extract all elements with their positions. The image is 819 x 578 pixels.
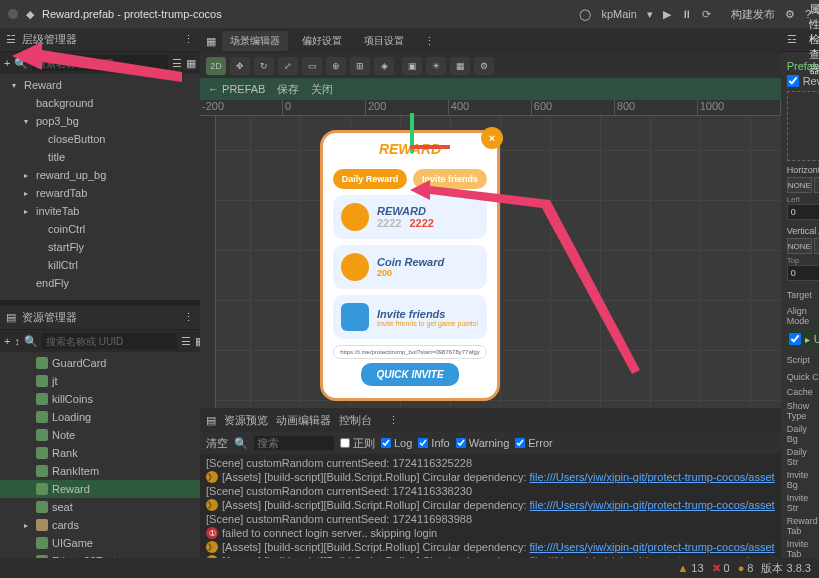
asset-item[interactable]: RankItem bbox=[0, 462, 200, 480]
filter-icon[interactable]: ▦ bbox=[186, 57, 196, 70]
halign-left-icon[interactable]: ⊏ bbox=[814, 177, 819, 193]
console-line[interactable]: [Scene] customRandom currentSeed: 172411… bbox=[206, 484, 775, 498]
halign-none[interactable]: NONE bbox=[787, 177, 812, 193]
hierarchy-node[interactable]: coinCtrl bbox=[0, 220, 200, 238]
warn-checkbox[interactable] bbox=[456, 438, 466, 448]
tool-snap-icon[interactable]: ⊞ bbox=[350, 57, 370, 75]
tool-scale-icon[interactable]: ⤢ bbox=[278, 57, 298, 75]
asset-item[interactable]: Note bbox=[0, 426, 200, 444]
hierarchy-node[interactable]: background bbox=[0, 94, 200, 112]
tool-rotate-icon[interactable]: ↻ bbox=[254, 57, 274, 75]
hierarchy-menu-icon[interactable]: ⋮ bbox=[183, 33, 194, 46]
quick-invite-button[interactable]: QUICK INVITE bbox=[361, 363, 459, 386]
assets-search-input[interactable] bbox=[42, 333, 177, 349]
tab-animation[interactable]: 动画编辑器 bbox=[276, 413, 331, 428]
hierarchy-tree[interactable]: ▾Rewardbackground▾pop3_bgcloseButtontitl… bbox=[0, 74, 200, 300]
pause-icon[interactable]: ⏸ bbox=[681, 8, 692, 20]
component-checkbox[interactable] bbox=[789, 333, 801, 345]
regex-checkbox[interactable] bbox=[340, 438, 350, 448]
tab-daily-reward[interactable]: Daily Reward bbox=[333, 169, 407, 189]
hierarchy-node[interactable]: closeButton bbox=[0, 130, 200, 148]
console-line[interactable]: 》[Assets] [build-script][Build.Script.Ro… bbox=[206, 540, 775, 554]
settings-icon[interactable]: ⚙ bbox=[785, 8, 795, 21]
sort-icon[interactable]: ↕ bbox=[14, 335, 20, 347]
reward-prefab-preview[interactable]: × REWARD Daily Reward Invite friends REW… bbox=[320, 130, 500, 401]
error-checkbox[interactable] bbox=[515, 438, 525, 448]
scene-chevron-icon[interactable]: ▾ bbox=[647, 8, 653, 21]
invite-url[interactable]: https://t.me/protecttrump_bot?start=0987… bbox=[333, 345, 487, 359]
inspector-body[interactable]: Prefab⟳ ⎘ ⊕ Reward top bottom left right… bbox=[781, 52, 819, 578]
tab-asset-preview[interactable]: 资源预览 bbox=[224, 413, 268, 428]
play-icon[interactable]: ▶ bbox=[663, 8, 671, 21]
valign-top-icon[interactable]: ⊓ bbox=[814, 238, 819, 254]
tab-preferences[interactable]: 偏好设置 bbox=[294, 31, 350, 51]
tab-project-settings[interactable]: 项目设置 bbox=[356, 31, 412, 51]
hierarchy-node[interactable]: ▸inviteTab bbox=[0, 202, 200, 220]
console-line[interactable]: [Scene] customRandom currentSeed: 172411… bbox=[206, 456, 775, 470]
node-active-checkbox[interactable] bbox=[787, 75, 799, 87]
console-line[interactable]: [Scene] customRandom currentSeed: 172411… bbox=[206, 512, 775, 526]
tab-invite-friends[interactable]: Invite friends bbox=[413, 169, 487, 189]
log-checkbox[interactable] bbox=[381, 438, 391, 448]
console-menu-icon[interactable]: ⋮ bbox=[388, 414, 399, 427]
asset-item[interactable]: jt bbox=[0, 372, 200, 390]
scene-viewport[interactable]: -20002004006008001000 × REWARD Daily Rew… bbox=[200, 100, 781, 408]
hierarchy-node[interactable]: startFly bbox=[0, 238, 200, 256]
asset-item[interactable]: GuardCard bbox=[0, 354, 200, 372]
assets-tree[interactable]: GuardCardjtkillCoinsLoadingNoteRankRankI… bbox=[0, 352, 200, 578]
clear-button[interactable]: 清空 bbox=[206, 436, 228, 451]
prefab-back[interactable]: ← PREFAB bbox=[208, 83, 265, 95]
collapse-icon[interactable]: ☰ bbox=[181, 335, 191, 348]
console-line[interactable]: ①failed to connect login server.. skippi… bbox=[206, 526, 775, 540]
info-checkbox[interactable] bbox=[418, 438, 428, 448]
gizmo-x-axis[interactable] bbox=[410, 145, 450, 149]
console-line[interactable]: 》[Assets] [build-script][Build.Script.Ro… bbox=[206, 498, 775, 512]
left-input[interactable] bbox=[787, 204, 819, 220]
tool-grid-icon[interactable]: ▦ bbox=[450, 57, 470, 75]
scene-name[interactable]: kpMain bbox=[601, 8, 636, 20]
tool-gizmo-icon[interactable]: ◈ bbox=[374, 57, 394, 75]
valign-none[interactable]: NONE bbox=[787, 238, 812, 254]
tab-scene-editor[interactable]: 场景编辑器 bbox=[222, 31, 288, 51]
hierarchy-node[interactable]: title bbox=[0, 148, 200, 166]
hierarchy-node[interactable]: ▸reward_up_bg bbox=[0, 166, 200, 184]
step-icon[interactable]: ⟳ bbox=[702, 8, 711, 21]
viewport-menu-icon[interactable]: ⋮ bbox=[424, 35, 435, 48]
asset-item[interactable]: killCoins bbox=[0, 390, 200, 408]
tool-extra-icon[interactable]: ⚙ bbox=[474, 57, 494, 75]
asset-item[interactable]: seat bbox=[0, 498, 200, 516]
tool-light-icon[interactable]: ☀ bbox=[426, 57, 446, 75]
console-line[interactable]: 》[Assets] [build-script][Build.Script.Ro… bbox=[206, 470, 775, 484]
hierarchy-node[interactable]: killCtrl bbox=[0, 256, 200, 274]
tool-move-icon[interactable]: ✥ bbox=[230, 57, 250, 75]
status-warn-icon[interactable]: ▲ bbox=[677, 562, 688, 574]
prefab-save[interactable]: 保存 bbox=[277, 82, 299, 97]
collapse-icon[interactable]: ☰ bbox=[172, 57, 182, 70]
status-info-icon[interactable]: ● bbox=[738, 562, 745, 574]
console-search-input[interactable] bbox=[254, 436, 334, 450]
close-icon[interactable]: × bbox=[481, 127, 503, 149]
tool-camera-icon[interactable]: ▣ bbox=[402, 57, 422, 75]
build-button[interactable]: 构建发布 bbox=[731, 7, 775, 22]
hierarchy-search-input[interactable] bbox=[32, 55, 168, 71]
add-icon[interactable]: + bbox=[4, 57, 10, 69]
anchor-widget[interactable]: top bottom left right bbox=[787, 91, 819, 161]
tab-console[interactable]: 控制台 bbox=[339, 413, 372, 428]
hierarchy-node[interactable]: ▾Reward bbox=[0, 76, 200, 94]
top-input[interactable] bbox=[787, 265, 819, 281]
traffic-light-icon[interactable] bbox=[8, 9, 18, 19]
tool-anchor-icon[interactable]: ⊕ bbox=[326, 57, 346, 75]
prefab-close[interactable]: 关闭 bbox=[311, 82, 333, 97]
hierarchy-node[interactable]: endFly bbox=[0, 274, 200, 292]
asset-item[interactable]: ▸cards bbox=[0, 516, 200, 534]
component-header[interactable]: ▸ UIReward⋮ bbox=[785, 330, 819, 348]
asset-item[interactable]: Reward bbox=[0, 480, 200, 498]
tool-2d[interactable]: 2D bbox=[206, 57, 226, 75]
node-name[interactable]: Reward bbox=[803, 75, 819, 87]
tool-rect-icon[interactable]: ▭ bbox=[302, 57, 322, 75]
asset-item[interactable]: UIGame bbox=[0, 534, 200, 552]
scene-dropdown-icon[interactable]: ◯ bbox=[579, 8, 591, 21]
assets-menu-icon[interactable]: ⋮ bbox=[183, 311, 194, 324]
hierarchy-node[interactable]: ▾pop3_bg bbox=[0, 112, 200, 130]
hierarchy-node[interactable]: ▸rewardTab bbox=[0, 184, 200, 202]
